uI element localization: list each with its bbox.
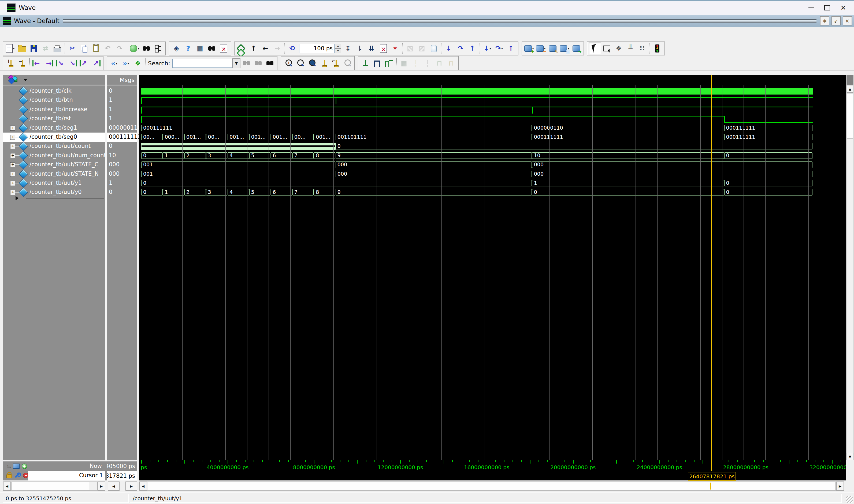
zoom-between-cursors-button[interactable]: ⌐ [329,58,341,69]
next-transition-button[interactable]: → [43,58,55,69]
close-button[interactable]: ✕ [835,2,851,13]
dropdown-arrow-icon[interactable]: ▾ [116,61,117,65]
export-window-pane-button[interactable]: ➜ [570,43,582,54]
wave-canvas[interactable]: 00011111100000011000011111100...000...00… [139,75,846,460]
select-mode-button[interactable] [589,42,601,54]
expander-icon-num_count[interactable]: + [10,153,15,158]
save-button[interactable] [28,43,40,54]
expander-icon-y1[interactable]: + [10,181,15,186]
add-icon[interactable]: + [22,464,27,469]
monitor-icon[interactable] [13,464,20,469]
step-into-current-button[interactable]: ↓▾ [482,43,493,54]
names-hscroll-thumb[interactable] [11,482,89,490]
lock-icon[interactable] [6,474,12,478]
wrench-icon[interactable] [15,473,20,478]
insert-cursor-mode-button[interactable]: ∷ [637,43,648,54]
step-out-button[interactable]: ↑ [466,43,478,54]
paste-button[interactable] [90,43,102,54]
collapse-hierarchy-button[interactable] [152,43,164,54]
find-button[interactable] [140,43,152,54]
expander-icon-STATE_C[interactable]: + [10,162,15,167]
save-window-pane-button[interactable]: ▣▾ [559,43,570,54]
tree-header[interactable] [3,75,105,85]
run-continue-button[interactable]: ⇂ [354,43,366,54]
step-over-current-button[interactable]: ↷▾ [493,43,505,54]
search-options-button[interactable] [264,58,276,69]
signal-row-increase[interactable]: /counter_tb/increase [3,105,105,114]
dropdown-arrow-icon[interactable]: ▾ [138,46,139,50]
simulate-button[interactable] [206,43,217,54]
run-length-input[interactable] [299,44,334,53]
environment-back-button[interactable]: ← [260,43,271,54]
compile-all-button[interactable]: ▦ [194,43,206,54]
pane-splitter-msgs-wave[interactable] [137,75,138,481]
signal-name-pane[interactable]: /counter_tb/clk/counter_tb/btn/counter_t… [3,75,105,460]
compile-out-of-date-button[interactable]: ? [182,43,194,54]
signal-row-clk[interactable]: /counter_tb/clk [3,87,105,96]
new-file-button[interactable]: ▾ [4,43,16,54]
delete-cursor-button[interactable]: − [16,58,28,69]
zoom-in-button[interactable]: + [282,58,294,69]
tab-drag-handle[interactable] [63,19,817,23]
break-now-button[interactable]: ✶ [389,43,401,54]
expand-time-left-button[interactable]: «▾ [108,58,120,69]
stop-drawing-button[interactable] [651,43,663,54]
run-button[interactable]: ↧ [342,43,354,54]
spin-down-button[interactable]: ▼ [335,49,341,53]
signal-row-y1[interactable]: +/counter_tb/uut/y1 [3,179,105,188]
spin-up-button[interactable]: ▲ [335,44,341,49]
msgs-scroll-right-button[interactable]: ▶ [125,482,137,491]
stop-button[interactable]: ✕ [378,43,389,54]
event-view-button[interactable] [383,58,395,69]
signal-row-btn[interactable]: /counter_tb/btn [3,96,105,105]
cursor-time-label[interactable]: 26407817821 ps [688,472,736,481]
open-file-button[interactable] [16,43,28,54]
two-cursor-mode-button[interactable]: ╨ [625,43,637,54]
step-into-button[interactable]: ↓ [443,43,455,54]
logic-view-button[interactable] [371,58,383,69]
resize-grip[interactable] [846,496,853,503]
signal-row-STATE_N[interactable]: +/counter_tb/uut/STATE_N [3,169,105,179]
add-selected-button[interactable]: ▾ [129,43,140,54]
literal-view-button[interactable] [360,58,371,69]
signal-row-num_count[interactable]: +/counter_tb/uut/num_count [3,151,105,160]
dropdown-arrow-icon[interactable]: ▾ [13,46,15,50]
scroll-down-button[interactable]: ▼ [847,453,853,460]
signal-row-count[interactable]: +/counter_tb/uut/count [3,142,105,151]
signal-row-STATE_C[interactable]: +/counter_tb/uut/STATE_C [3,160,105,169]
edit-window-pane-button[interactable]: ✎ [547,43,559,54]
wave-cursor-line[interactable] [711,75,712,471]
pane-splitter-names-msgs[interactable] [105,75,107,481]
dock-icon[interactable]: ❖ [820,16,829,25]
expander-icon-seg1[interactable]: + [10,126,15,131]
vertical-scrollbar[interactable] [847,85,853,460]
expander-icon-STATE_N[interactable]: + [10,172,15,177]
relaunch-icon[interactable]: ⇆ [7,464,11,469]
wave-tab-bar[interactable]: Wave - Default ❖ ↙ ✕ [0,15,854,27]
search-dropdown-button[interactable]: ▼ [232,58,241,68]
search-input[interactable] [172,59,232,68]
step-out-current-button[interactable]: ↑ [505,43,517,54]
remove-cursor-icon[interactable] [23,473,29,478]
dropdown-arrow-icon[interactable]: ▾ [501,46,503,50]
next-rising-edge-button[interactable]: ↗ [90,58,102,69]
compile-button[interactable]: ◈ [171,43,182,54]
next-falling-edge-button[interactable]: ↘ [67,58,78,69]
copy-button[interactable] [78,43,90,54]
undock-icon[interactable]: ↙ [832,16,841,25]
zoom-out-button[interactable]: − [294,58,306,69]
chevron-down-icon[interactable] [23,79,27,81]
remove-window-pane-button[interactable]: −▾ [535,43,547,54]
signal-row-rst[interactable]: /counter_tb/rst [3,114,105,123]
names-scroll-right-button[interactable]: ▶ [98,482,105,491]
previous-transition-button[interactable]: ← [31,58,43,69]
dropdown-arrow-icon[interactable]: ▾ [489,46,491,50]
zoom-mode-button[interactable] [601,43,613,54]
pan-hand-button[interactable] [428,43,440,54]
environment-up-button[interactable]: ↑ [248,43,260,54]
expander-icon-y0[interactable]: + [10,190,15,195]
signal-row-seg0[interactable]: +/counter_tb/seg0 [3,132,105,142]
maximize-button[interactable] [819,2,835,13]
insert-cursor-button[interactable]: + [4,58,16,69]
scroll-up-button[interactable]: ▲ [847,85,853,93]
